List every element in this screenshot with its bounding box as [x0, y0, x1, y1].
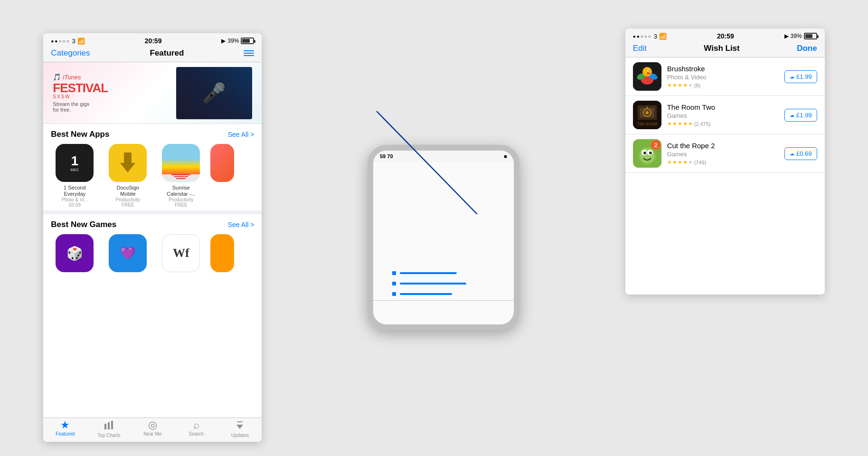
wf-text: Wf — [173, 246, 189, 260]
app-item-docusign[interactable]: DocuSignMobile Productivity FREE — [104, 144, 151, 208]
price-value-brushstroke: £1.99 — [796, 73, 812, 80]
app-price-1se: £0.69 — [69, 202, 81, 208]
zoom-inner: 59 70 ■ — [373, 151, 514, 324]
zoom-list-item-3 — [392, 292, 466, 296]
section-divider-1 — [43, 210, 262, 214]
festival-text: FESTIVAL — [53, 82, 176, 94]
tab-updates[interactable]: Updates — [218, 420, 262, 438]
see-all-apps[interactable]: See All > — [228, 131, 255, 138]
sunrise-line-2 — [174, 176, 188, 177]
list-icon-button[interactable] — [244, 50, 254, 56]
rope-container: 2 — [633, 139, 661, 168]
status-bar-left: ●●○○○ 3 📶 20:59 ▶ 39% — [43, 33, 262, 47]
wifi-icon: 📶 — [77, 38, 85, 45]
zoom-bullet-2 — [392, 282, 396, 285]
status-right: ▶ 39% — [221, 38, 254, 44]
sunrise-line-3 — [176, 178, 186, 179]
sunrise-line-1 — [171, 174, 190, 175]
status-left: ●●○○○ 3 📶 — [51, 38, 85, 45]
battery-fill — [242, 39, 250, 43]
see-all-games[interactable]: See All > — [228, 221, 255, 228]
categories-button[interactable]: Categories — [51, 48, 90, 58]
status-bar-right: ●●○○○ 3 📶 20:59 ▶ 39% — [625, 28, 825, 42]
svg-rect-4 — [108, 422, 110, 429]
best-new-games-title: Best New Games — [51, 220, 116, 229]
star-c3: ★ — [678, 159, 682, 165]
app-item-1se[interactable]: 1 SEC 1 SecondEveryday Photo & Vi... £0.… — [51, 144, 98, 208]
price-button-brushstroke[interactable]: ☁ £1.99 — [784, 70, 817, 83]
game-icon-sims: 💜 — [109, 234, 147, 272]
banner-image-inner: 🎤 — [176, 67, 252, 119]
zoom-line-3 — [400, 293, 452, 295]
concert-icon: 🎤 — [202, 82, 226, 104]
updates-tab-label: Updates — [231, 433, 249, 438]
se-number: 1 — [71, 154, 79, 168]
wish-stars-room: ★ ★ ★ ★ ★ (2,475) — [667, 121, 779, 127]
game-item-wf[interactable]: Wf — [157, 234, 205, 275]
game-item-partial[interactable] — [210, 234, 234, 275]
svg-rect-1 — [124, 152, 132, 163]
center-phone: 59 70 ■ — [368, 145, 519, 330]
price-value-room: £1.99 — [796, 112, 812, 119]
wish-category-brushstroke: Photo & Video — [667, 74, 779, 81]
wish-item-rope[interactable]: 2 Cut the Rope 2 Games ★ ★ ★ ★ ★ (749) — [625, 134, 825, 173]
wish-info-room: The Room Two Games ★ ★ ★ ★ ★ (2,475) — [667, 103, 779, 127]
app-item-partial[interactable] — [210, 144, 234, 208]
banner-sub: Stream the gigsfor free. — [53, 101, 176, 113]
nav-bar-left: Categories Featured — [43, 47, 262, 62]
app-icon-1se: 1 SEC — [56, 144, 94, 182]
tab-search[interactable]: ⌕ Search — [174, 420, 218, 438]
room-svg: THE ROOM — [633, 101, 661, 129]
game-item-sims[interactable]: 💜 — [104, 234, 151, 275]
tab-top-charts[interactable]: Top Charts — [87, 420, 131, 438]
star-count-room: (2,475) — [694, 121, 711, 127]
svg-point-29 — [643, 152, 646, 154]
zoom-status-left: 59 70 — [380, 153, 393, 159]
wish-item-brushstroke[interactable]: Brushstroke Photo & Video ★ ★ ★ ★ ★ (8) … — [625, 57, 825, 96]
star-count-brushstroke: (8) — [694, 83, 700, 88]
featured-tab-label: Featured — [56, 431, 75, 437]
itunes-banner[interactable]: 🎵 iTunes FESTIVAL SXSW Stream the gigsfo… — [43, 62, 262, 124]
app-category-1se: Photo & Vi... — [62, 197, 88, 202]
star-r3: ★ — [678, 121, 682, 127]
rope-svg: 2 — [633, 139, 661, 168]
phone-content: 🎵 iTunes FESTIVAL SXSW Stream the gigsfo… — [43, 62, 262, 418]
price-button-rope[interactable]: ☁ £0.69 — [784, 147, 817, 160]
banner-text: 🎵 iTunes FESTIVAL SXSW Stream the gigsfo… — [53, 73, 176, 113]
icloud-icon-rope: ☁ — [790, 151, 794, 156]
price-button-room[interactable]: ☁ £1.99 — [784, 109, 817, 122]
battery-icon — [241, 38, 254, 44]
wish-item-room[interactable]: THE ROOM The Room Two Games ★ ★ ★ ★ ★ (2… — [625, 96, 825, 134]
zoom-status-bar: 59 70 ■ — [373, 151, 514, 162]
app-item-sunrise[interactable]: SunriseCalendar -... Productivity FREE — [157, 144, 205, 208]
nav-title-left: Featured — [150, 48, 184, 58]
tab-near-me[interactable]: ◎ Near Me — [131, 420, 174, 438]
status-time-left: 20:59 — [145, 37, 162, 45]
zoom-bullet-3 — [392, 292, 396, 296]
left-phone: ●●○○○ 3 📶 20:59 ▶ 39% Categories Feature… — [43, 33, 262, 442]
search-tab-label: Search — [189, 431, 204, 437]
signal-dots-right: ●●○○○ — [633, 34, 652, 39]
edit-button[interactable]: Edit — [633, 44, 647, 53]
star-r2: ★ — [672, 121, 677, 127]
star-c5: ★ — [688, 159, 693, 165]
wish-name-room: The Room Two — [667, 103, 779, 111]
icloud-icon-brushstroke: ☁ — [790, 74, 794, 79]
app-icon-1se-inner: 1 SEC — [56, 144, 94, 182]
tab-bar: ★ Featured Top Charts ◎ Near Me ⌕ — [43, 418, 262, 442]
star-5: ★ — [688, 82, 693, 88]
wish-icon-rope: 2 — [633, 139, 661, 168]
game-icon-partial — [210, 234, 234, 272]
wish-name-brushstroke: Brushstroke — [667, 65, 779, 73]
done-button[interactable]: Done — [797, 44, 817, 53]
wish-name-rope: Cut the Rope 2 — [667, 142, 779, 150]
section-header-games: Best New Games See All > — [51, 220, 254, 229]
zoom-list-item-1 — [392, 271, 466, 275]
tab-featured[interactable]: ★ Featured — [43, 420, 87, 438]
game-item-disney[interactable]: 🎲 — [51, 234, 98, 275]
svg-point-16 — [648, 70, 649, 71]
wish-category-room: Games — [667, 112, 779, 119]
wish-info-rope: Cut the Rope 2 Games ★ ★ ★ ★ ★ (749) — [667, 142, 779, 165]
zoom-content — [373, 162, 514, 324]
svg-rect-5 — [111, 421, 113, 429]
